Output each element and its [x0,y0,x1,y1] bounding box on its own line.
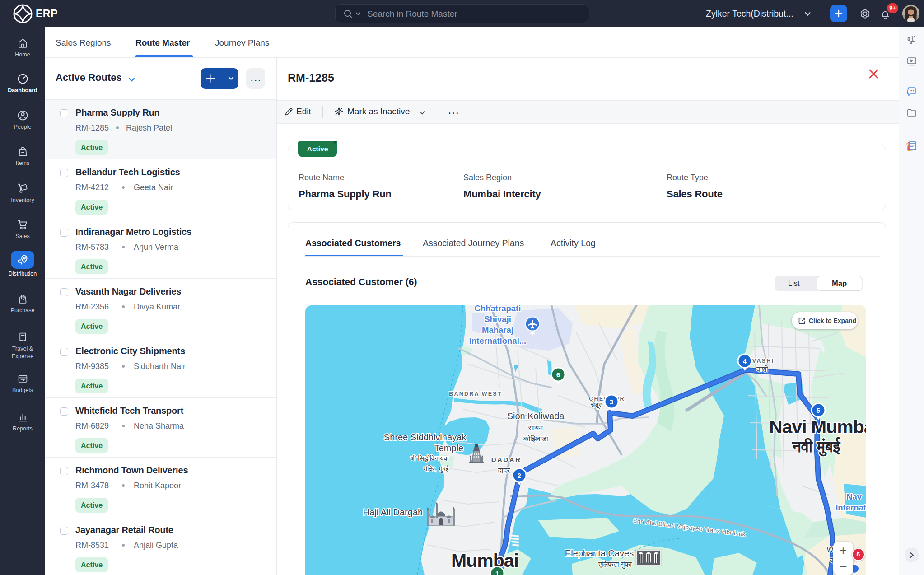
svg-text:4: 4 [743,358,747,365]
svg-text:Temple: Temple [434,443,463,453]
svg-text:BANDRA WEST: BANDRA WEST [449,391,502,397]
svg-text:6: 6 [556,371,560,379]
svg-text:Internat: Internat [835,503,866,512]
svg-text:Mumbai: Mumbai [451,550,518,571]
svg-text:2: 2 [518,472,521,479]
svg-text:3: 3 [610,398,613,406]
svg-text:International...: International... [469,336,526,346]
svg-text:Haji Ali Dargah: Haji Ali Dargah [363,507,423,517]
svg-text:एलिफंटा गुंफा: एलिफंटा गुंफा [598,561,632,569]
svg-text:Shivaji: Shivaji [484,314,511,324]
svg-text:कोझिवाडा: कोझिवाडा [523,435,548,443]
svg-text:Navi Mumbai: Navi Mumbai [769,416,866,437]
svg-text:5: 5 [817,407,820,414]
svg-text:Sion Koliwada: Sion Koliwada [507,411,565,421]
svg-text:VASHI: VASHI [752,358,774,364]
svg-text:Elephanta Caves: Elephanta Caves [565,548,634,558]
svg-text:दादर: दादर [498,467,511,474]
svg-text:नवी मुंबई: नवी मुंबई [792,437,841,457]
svg-text:चेंबूर: चेंबूर [590,401,602,409]
svg-text:श्री सिद्धीविनायक: श्री सिद्धीविनायक [410,454,449,463]
svg-text:मंदिर, मुंबई: मंदिर, मुंबई [423,465,449,473]
svg-text:सायन: सायन [528,424,543,432]
svg-text:Shree Siddhivinayak: Shree Siddhivinayak [384,432,467,442]
svg-text:1: 1 [495,570,499,575]
svg-text:Chhatrapati: Chhatrapati [475,305,521,313]
svg-text:वाशी: वाशी [756,365,768,373]
svg-text:DADAR: DADAR [491,456,522,463]
svg-text:Nav: Nav [846,492,862,501]
svg-text:Maharaj: Maharaj [482,325,513,335]
